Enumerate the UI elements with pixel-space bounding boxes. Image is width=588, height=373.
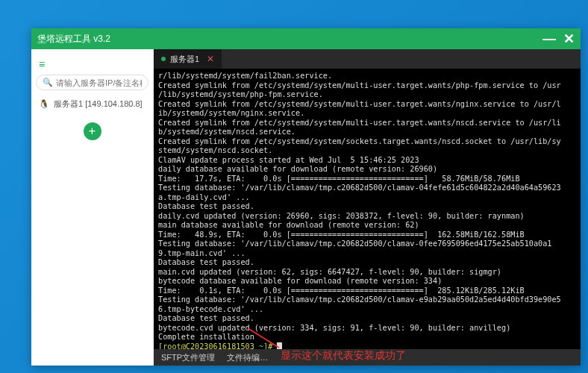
server-label: 服务器1 [149.104.180.8] xyxy=(54,98,143,110)
window-title: 堡塔远程工具 v3.2 xyxy=(37,33,535,46)
window-body: ≡ 🔍 🐧 服务器1 [149.104.180.8] + 服务器1 ✕ xyxy=(31,49,581,366)
linux-icon: 🐧 xyxy=(39,99,49,109)
search-input[interactable] xyxy=(56,78,142,87)
tab-close-icon[interactable]: ✕ xyxy=(207,54,214,64)
annotation-text: 显示这个就代表安装成功了 xyxy=(281,349,406,363)
close-button[interactable]: ✕ xyxy=(563,31,575,47)
main-panel: 服务器1 ✕ r/lib/systemd/system/fail2ban.ser… xyxy=(154,49,581,366)
hamburger-icon[interactable]: ≡ xyxy=(39,58,148,70)
plus-icon: + xyxy=(89,125,96,138)
minimize-button[interactable]: — xyxy=(542,31,556,47)
search-box[interactable]: 🔍 xyxy=(36,75,148,90)
app-window: 堡塔远程工具 v3.2 — ✕ ≡ 🔍 🐧 服务器1 [149.104.180.… xyxy=(31,28,581,366)
tab-bar: 服务器1 ✕ xyxy=(154,49,581,69)
add-server-button[interactable]: + xyxy=(84,122,101,140)
sidebar: ≡ 🔍 🐧 服务器1 [149.104.180.8] + xyxy=(31,49,154,366)
search-icon: 🔍 xyxy=(43,78,53,87)
file-editor-button[interactable]: 文件待编… xyxy=(227,352,268,363)
sidebar-item-server1[interactable]: 🐧 服务器1 [149.104.180.8] xyxy=(36,96,148,112)
titlebar: 堡塔远程工具 v3.2 — ✕ xyxy=(31,28,581,49)
tab-label: 服务器1 xyxy=(170,54,199,65)
tab-server1[interactable]: 服务器1 ✕ xyxy=(154,49,222,69)
sftp-button[interactable]: SFTP文件管理 xyxy=(161,352,215,363)
status-dot-icon xyxy=(161,57,166,61)
terminal-output[interactable]: r/lib/systemd/system/fail2ban.service. C… xyxy=(154,69,581,349)
